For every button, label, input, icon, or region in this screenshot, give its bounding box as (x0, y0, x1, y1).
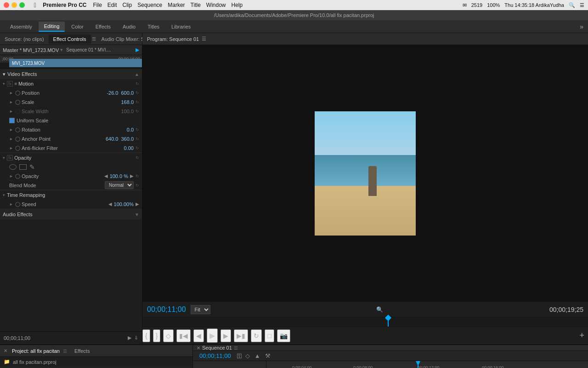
close-button[interactable] (4, 2, 9, 8)
step-back-button[interactable]: ◀ (193, 329, 204, 342)
menu-icon[interactable]: ☰ (580, 2, 584, 8)
fit-select[interactable]: Fit (191, 305, 210, 314)
timeline-snap-icon[interactable]: ⚿ (237, 353, 242, 359)
project-menu-icon[interactable]: ☰ (63, 349, 67, 354)
link-icon[interactable]: ▲ (253, 351, 262, 361)
apple-menu[interactable]:  (34, 1, 36, 9)
audio-effects-scroll-icon[interactable]: ▼ (135, 212, 139, 217)
menu-marker[interactable]: Marker (168, 2, 185, 8)
scale-width-value[interactable]: 100.0 (111, 109, 134, 114)
speed-stopwatch-icon[interactable]: ◯ (15, 201, 20, 207)
go-to-out-button[interactable]: ▶▮ (234, 329, 248, 342)
position-stopwatch-icon[interactable]: ◯ (15, 90, 20, 95)
timeline-tracks-area[interactable]: 0;00;04;00 0;00;08;00 00;00;12;00 00;00;… (266, 361, 588, 368)
position-x-value[interactable]: -26.0 (107, 90, 118, 96)
opacity-header[interactable]: ▾ fx Opacity ↻ (0, 153, 142, 162)
tab-effects[interactable]: Effects (90, 22, 116, 31)
mark-out-button[interactable]: } (153, 329, 161, 342)
speed-increase-icon[interactable]: ▶ (136, 201, 139, 207)
dropdown-icon[interactable]: ▾ (60, 47, 63, 53)
opacity-decrease-icon[interactable]: ◀ (104, 173, 108, 178)
anchor-x-value[interactable]: 640.0 (106, 136, 119, 142)
video-effects-header[interactable]: ▾ Video Effects ▲ (0, 69, 142, 79)
program-menu-icon[interactable]: ☰ (202, 36, 206, 42)
play-button[interactable]: ▶ (207, 328, 218, 343)
multi-cam-button[interactable]: □ (265, 329, 274, 342)
menu-edit[interactable]: Edit (107, 2, 117, 8)
tab-editing[interactable]: Editing (39, 22, 65, 32)
rotation-expand-icon[interactable]: ► (9, 127, 13, 132)
tab-effects[interactable]: Effects (72, 347, 92, 355)
add-marker-tl-icon[interactable]: ◇ (244, 351, 251, 361)
sequence-menu-icon[interactable]: ☰ (234, 345, 238, 351)
close-timeline-icon[interactable]: ✕ (197, 345, 200, 351)
time-remap-expand-icon[interactable]: ▾ (3, 193, 5, 197)
clip-name[interactable]: Master * MVI_1723.MOV (3, 47, 59, 53)
timeline-clip-bar[interactable]: MVI_1723.MOV (9, 59, 142, 67)
menu-clip[interactable]: Clip (123, 2, 132, 8)
tab-effect-controls[interactable]: Effect Controls (49, 34, 91, 44)
opacity-value[interactable]: 100.0 % (110, 173, 128, 179)
menu-window[interactable]: Window (206, 2, 226, 8)
rotation-value[interactable]: 0.0 (127, 127, 134, 132)
camera-button[interactable]: 📷 (277, 329, 290, 342)
playback-timeline[interactable] (142, 317, 588, 327)
loop-button[interactable]: ↻ (251, 329, 262, 342)
effect-controls-menu-icon[interactable]: ☰ (91, 36, 97, 41)
speed-value[interactable]: 100.00% (114, 201, 134, 207)
antiflicker-stopwatch-icon[interactable]: ◯ (15, 145, 20, 150)
minimize-button[interactable] (11, 2, 17, 8)
rotation-reset-button[interactable]: ↻ (136, 127, 139, 132)
tab-titles[interactable]: Titles (142, 22, 165, 31)
scale-reset-button[interactable]: ↻ (136, 100, 139, 104)
anchor-reset-button[interactable]: ↻ (136, 137, 139, 141)
sequence-tab[interactable]: Sequence 01 ☰ (202, 345, 238, 351)
scale-value[interactable]: 168.0 (121, 99, 134, 105)
tab-assembly[interactable]: Assembly (5, 22, 38, 31)
scale-stopwatch-icon[interactable]: ◯ (15, 99, 20, 104)
position-y-value[interactable]: 600.0 (121, 90, 134, 96)
motion-reset-button[interactable]: ↻ (136, 81, 139, 86)
blend-mode-select[interactable]: Normal (105, 181, 134, 189)
rotation-stopwatch-icon[interactable]: ◯ (15, 127, 20, 132)
overwrite-icon[interactable]: ⇓ (134, 335, 138, 341)
scale-width-reset-button[interactable]: ↻ (136, 109, 139, 114)
anchor-y-value[interactable]: 360.0 (121, 136, 134, 142)
step-forward-button[interactable]: ▶ (220, 329, 231, 342)
opacity-header-reset-button[interactable]: ↻ (136, 155, 139, 160)
wrench-icon[interactable]: ⚒ (264, 351, 272, 361)
motion-expand-icon[interactable]: ▾ (3, 81, 5, 86)
antiflicker-reset-button[interactable]: ↻ (136, 146, 139, 150)
tab-audio[interactable]: Audio (117, 22, 141, 31)
scale-expand-icon[interactable]: ► (9, 100, 13, 104)
uniform-scale-checkbox[interactable] (9, 118, 15, 123)
timeline-playhead[interactable] (418, 361, 418, 368)
tab-source[interactable]: Source: (no clips) (0, 34, 49, 44)
motion-header[interactable]: ▾ fx ■ Motion ↻ (0, 79, 142, 88)
close-project-icon[interactable]: ✕ (4, 348, 7, 353)
effect-mini-timeline[interactable]: ;00;00 00;00;16;00 MVI_1723.MOV (0, 55, 142, 69)
insert-icon[interactable]: ▶ (128, 335, 131, 341)
tab-color[interactable]: Color (66, 22, 89, 31)
anchor-stopwatch-icon[interactable]: ◯ (15, 136, 20, 141)
tab-project[interactable]: Project: all fix pacitan ☰ (9, 347, 70, 355)
mark-in-button[interactable]: { (142, 329, 150, 342)
ellipse-tool-button[interactable] (9, 164, 17, 170)
fullscreen-button[interactable] (19, 2, 25, 8)
audio-effects-header[interactable]: Audio Effects ▼ (0, 209, 142, 219)
tab-libraries[interactable]: Libraries (166, 22, 196, 31)
opacity-increase-icon[interactable]: ▶ (130, 173, 134, 178)
add-marker-button[interactable]: ◇ (163, 329, 174, 342)
antiflicker-value[interactable]: 0.00 (124, 145, 134, 151)
opacity-stopwatch-icon[interactable]: ◯ (15, 173, 20, 178)
menu-title[interactable]: Title (191, 2, 201, 8)
workspace-more-icon[interactable]: » (580, 23, 583, 30)
opacity-value-expand-icon[interactable]: ► (9, 174, 13, 178)
scale-width-stopwatch-icon[interactable]: ◯ (15, 109, 20, 114)
speed-decrease-icon[interactable]: ◀ (108, 201, 112, 207)
scale-width-expand-icon[interactable]: ► (9, 109, 13, 114)
video-effects-scroll-up-icon[interactable]: ▲ (135, 72, 139, 77)
current-timecode[interactable]: 00;00;11;00 (147, 305, 186, 314)
menu-file[interactable]: File (93, 2, 102, 8)
antiflicker-expand-icon[interactable]: ► (9, 146, 13, 150)
